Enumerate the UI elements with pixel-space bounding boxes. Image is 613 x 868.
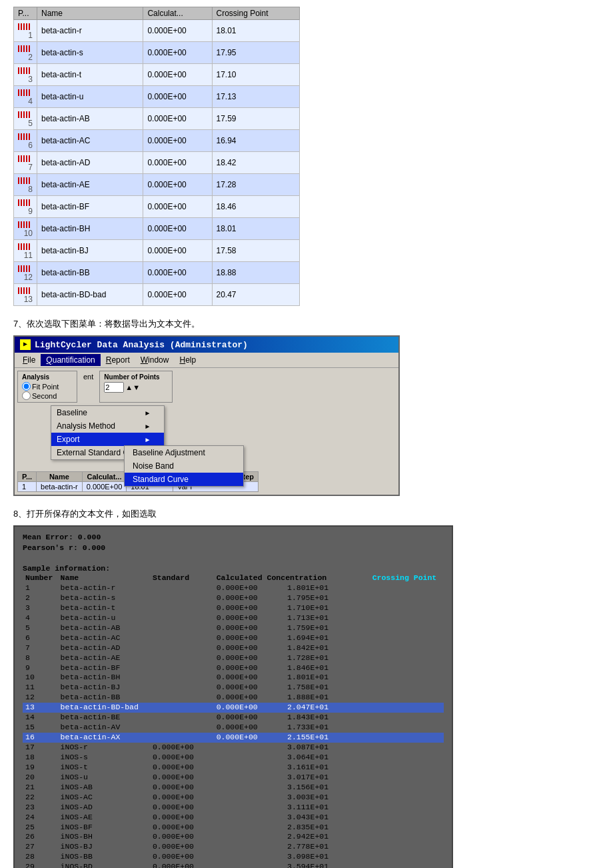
- term-num: 19: [23, 763, 58, 773]
- term-num: 27: [23, 842, 58, 852]
- menu-window[interactable]: Window: [135, 354, 175, 366]
- term-calc: 0.000E+00: [214, 643, 285, 653]
- submenu-baseline-adj[interactable]: Baseline Adjustment: [125, 446, 243, 459]
- terminal-box: Mean Error: 0.000 Pearson's r: 0.000 Sam…: [13, 525, 453, 868]
- term-cp: [370, 753, 444, 763]
- term-std: 0.000E+00: [150, 842, 214, 852]
- term-name: iNOS-BH: [58, 832, 150, 842]
- list-item: 29 iNOS-BD 0.000E+00 3.594E+01: [23, 862, 444, 868]
- cell-cp: 18.42: [212, 152, 300, 174]
- term-calc: [214, 763, 285, 773]
- submenu-noise-band[interactable]: Noise Band: [125, 459, 243, 473]
- num-points-stepper[interactable]: ▲▼: [125, 383, 140, 391]
- list-item: 18 iNOS-s 0.000E+00 3.064E+01: [23, 753, 444, 763]
- list-item: 17 iNOS-r 0.000E+00 3.087E+01: [23, 743, 444, 753]
- second-label: Second: [32, 392, 57, 400]
- list-item: 16 beta-actin-AX 0.000E+00 2.155E+01: [23, 733, 444, 743]
- dropdown-export[interactable]: Export►: [51, 433, 164, 446]
- term-conc: 2.778E+01: [285, 842, 370, 852]
- menu-report[interactable]: Report: [101, 354, 135, 366]
- cell-p: 6: [14, 130, 37, 152]
- term-name: beta-actin-s: [58, 593, 150, 603]
- pearson-line: Pearson's r: 0.000: [23, 543, 444, 553]
- term-calc: [214, 862, 285, 868]
- term-name: beta-actin-t: [58, 603, 150, 613]
- term-cp: [370, 653, 444, 663]
- term-num: 20: [23, 773, 58, 783]
- term-conc: 1.842E+01: [285, 643, 370, 653]
- menu-help[interactable]: Help: [174, 354, 201, 366]
- cell-p: 9: [14, 196, 37, 218]
- term-calc: 0.000E+00: [214, 633, 285, 643]
- term-std: 0.000E+00: [150, 793, 214, 803]
- term-num: 29: [23, 862, 58, 868]
- term-conc: 2.942E+01: [285, 832, 370, 842]
- cell-p: 10: [14, 218, 37, 240]
- term-cp: [370, 763, 444, 773]
- term-name: beta-actin-BD-bad: [58, 703, 150, 713]
- list-item: 5 beta-actin-AB 0.000E+00 1.759E+01: [23, 623, 444, 633]
- list-item: 7 beta-actin-AD 0.000E+00 1.842E+01: [23, 643, 444, 653]
- term-cp: [370, 663, 444, 673]
- term-conc: 3.043E+01: [285, 813, 370, 823]
- mini-col-p: P...: [18, 472, 37, 482]
- lc-menubar: File Quantification Report Window Help: [15, 353, 398, 368]
- cell-name: beta-actin-BJ: [37, 240, 143, 262]
- term-num: 7: [23, 643, 58, 653]
- term-std: [150, 623, 214, 633]
- term-conc: 3.087E+01: [285, 743, 370, 753]
- section-label-8: 8、打开所保存的文本文件，如图选取: [13, 508, 600, 520]
- fit-point-radio[interactable]: [22, 382, 31, 391]
- cell-calc: 0.000E+00: [143, 42, 212, 64]
- list-item: 22 iNOS-AC 0.000E+00 3.003E+01: [23, 793, 444, 803]
- term-name: beta-actin-AE: [58, 653, 150, 663]
- cell-name: beta-actin-AD: [37, 152, 143, 174]
- table-row: 10 beta-actin-BH 0.000E+00 18.01: [14, 218, 300, 240]
- term-conc: 3.098E+01: [285, 852, 370, 862]
- cell-name: beta-actin-BH: [37, 218, 143, 240]
- submenu-standard-curve[interactable]: Standard Curve: [125, 473, 243, 486]
- dropdown-analysis-method[interactable]: Analysis Method►: [51, 419, 164, 433]
- term-calc: [214, 773, 285, 783]
- list-item: 11 beta-actin-BJ 0.000E+00 1.758E+01: [23, 683, 444, 693]
- term-std: [150, 663, 214, 673]
- term-cp: [370, 703, 444, 713]
- dropdown-baseline[interactable]: Baseline►: [51, 406, 164, 419]
- table-row: 2 beta-actin-s 0.000E+00 17.95: [14, 42, 300, 64]
- col-header-p: P...: [14, 7, 37, 20]
- term-calc: 0.000E+00: [214, 733, 285, 743]
- term-calc: 0.000E+00: [214, 593, 285, 603]
- term-std: 0.000E+00: [150, 743, 214, 753]
- num-points-input[interactable]: [104, 382, 124, 393]
- term-conc: 1.843E+01: [285, 713, 370, 723]
- term-cp: [370, 693, 444, 703]
- term-calc: [214, 793, 285, 803]
- list-item: 19 iNOS-t 0.000E+00 3.161E+01: [23, 763, 444, 773]
- th-number: Number: [23, 573, 58, 583]
- term-std: 0.000E+00: [150, 813, 214, 823]
- term-name: beta-actin-AB: [58, 623, 150, 633]
- col-header-calc: Calculat...: [143, 7, 212, 20]
- cell-cp: 17.58: [212, 240, 300, 262]
- term-calc: 0.000E+00: [214, 723, 285, 733]
- term-num: 13: [23, 703, 58, 713]
- term-std: [150, 723, 214, 733]
- second-radio[interactable]: [22, 391, 31, 400]
- term-num: 3: [23, 603, 58, 613]
- th-cp: Crossing Point: [370, 573, 444, 583]
- term-name: beta-actin-AX: [58, 733, 150, 743]
- term-calc: 0.000E+00: [214, 613, 285, 623]
- term-conc: 3.594E+01: [285, 862, 370, 868]
- list-item: 26 iNOS-BH 0.000E+00 2.942E+01: [23, 832, 444, 842]
- term-std: [150, 693, 214, 703]
- term-calc: 0.000E+00: [214, 693, 285, 703]
- menu-file[interactable]: File: [17, 354, 41, 366]
- term-cp: [370, 673, 444, 683]
- term-calc: 0.000E+00: [214, 653, 285, 663]
- term-name: beta-actin-BJ: [58, 683, 150, 693]
- term-name: iNOS-AB: [58, 783, 150, 793]
- term-std: 0.000E+00: [150, 803, 214, 813]
- term-std: 0.000E+00: [150, 753, 214, 763]
- term-calc: [214, 852, 285, 862]
- menu-quantification[interactable]: Quantification: [41, 354, 100, 366]
